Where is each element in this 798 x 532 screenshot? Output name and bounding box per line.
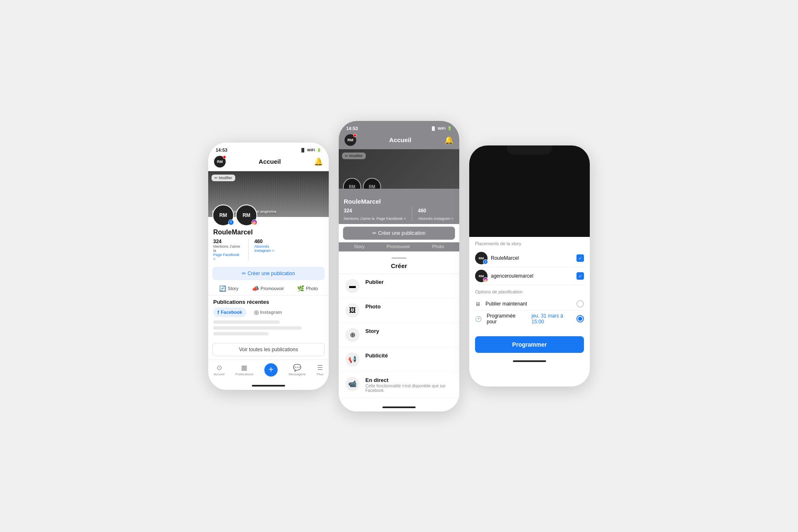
fb-badge-3: f (483, 259, 488, 264)
phone2-name: RouleMarcel (344, 198, 454, 205)
program-btn-3[interactable]: Programmer (475, 336, 584, 353)
avatar-fb-2: RM (343, 178, 361, 189)
option-scheduled[interactable]: 🕐 Programmée pour jeu. 31 mars à 15:00 (475, 310, 584, 327)
app-header-2: RM Accueil 🔔 (339, 133, 459, 149)
bell-icon-2[interactable]: 🔔 (444, 135, 453, 145)
fb-badge-1: f (228, 219, 234, 225)
phone2-create-btn[interactable]: ✏ Créer une publication (343, 227, 455, 240)
stat-num-2: 460 (254, 239, 283, 244)
phone2-action-row: Story Promouvoir Photo (339, 242, 459, 251)
option-sched-label: Programmée pour (487, 313, 527, 325)
stat-num-1: 324 (213, 239, 242, 244)
nav-home-1[interactable]: ⊙ Accueil (214, 364, 224, 376)
status-icons-1: ▐▌ WiFi 🔋 (300, 148, 321, 152)
avatar-ig-1: RM ◎ (236, 204, 257, 226)
stat-divider-1 (248, 239, 249, 261)
modal-item-text-photo: Photo (365, 303, 453, 310)
option-now[interactable]: 🖥 Publier maintenant (475, 298, 584, 310)
notif-dot-2 (353, 134, 357, 137)
app-logo-2: RM (345, 134, 356, 146)
status-icons-2: ▐▌ WiFi 🔋 (431, 126, 452, 131)
profile-avatars-1: RM f RM ◎ (212, 204, 257, 226)
phone2-photo[interactable]: Photo (432, 244, 444, 249)
scene: 14:53 ▐▌ WiFi 🔋 RM Accueil 🔔 Agence de c… (192, 96, 606, 436)
cover-edit-2[interactable]: ✏ Modifier (342, 153, 366, 159)
schedule-date[interactable]: jeu. 31 mars à 15:00 (532, 313, 576, 325)
home-bar-2 (382, 406, 416, 408)
cover-edit-btn-1[interactable]: ✏ Modifier (212, 175, 235, 181)
modal-item-photo[interactable]: 🖼 Photo (339, 298, 459, 323)
monitor-icon: 🖥 (475, 301, 480, 307)
phone-2: 14:53 ▐▌ WiFi 🔋 RM Accueil 🔔 ✏ Modifier … (339, 121, 459, 411)
create-pub-btn-1[interactable]: ✏ Créer une publication (212, 267, 325, 280)
modal-item-text-pub: Publicité (365, 352, 453, 359)
wifi-icon-2: WiFi (438, 126, 446, 131)
avatar-text-ig: RM (243, 212, 251, 218)
pub-title-1: Publications récentes (213, 299, 324, 305)
clock-icon: 🕐 (475, 316, 482, 322)
home-icon: ⊙ (217, 364, 222, 372)
modal-item-publier[interactable]: ▬ Publier (339, 274, 459, 298)
tab-instagram-1[interactable]: ◎ Instagram (250, 308, 286, 317)
phone-1: 14:53 ▐▌ WiFi 🔋 RM Accueil 🔔 Agence de c… (208, 143, 329, 390)
checkbox-RM[interactable]: ✓ (576, 254, 584, 262)
avatar-RM: RM f (475, 252, 488, 264)
fb-tab-icon: f (217, 309, 219, 315)
notch-2 (376, 121, 422, 130)
nav-plus-1[interactable]: + (264, 363, 278, 377)
phone2-story[interactable]: Story (354, 244, 365, 249)
see-all-btn-1[interactable]: Voir toutes les publications (212, 343, 325, 356)
ig-tab-icon: ◎ (254, 309, 259, 315)
account-name-agence: agenceroulemarcel (491, 273, 533, 279)
story-preview-3 (469, 145, 590, 237)
chat-icon: 💬 (293, 364, 301, 372)
modal-item-label-pub: Publicité (365, 352, 453, 359)
action-story-1[interactable]: 🔄 Story (219, 285, 239, 292)
home-bar-3 (513, 360, 546, 362)
radio-inner (578, 317, 582, 321)
checkbox-agence[interactable]: ✓ (576, 272, 584, 280)
notch-3 (507, 145, 552, 155)
radio-now[interactable] (576, 300, 584, 308)
option-now-left: 🖥 Publier maintenant (475, 301, 527, 307)
placements-title: Placements de la story (475, 241, 584, 246)
modal-item-story[interactable]: ⊕ Story (339, 323, 459, 347)
phone2-stat2: 460 Abonnés Instagram > (418, 207, 454, 222)
nav-publications-1[interactable]: ▦ Publications (235, 364, 253, 376)
more-icon: ☰ (317, 364, 323, 372)
phone2-promote[interactable]: Promouvoir (387, 244, 410, 249)
radio-scheduled[interactable] (576, 315, 584, 323)
account-name-RM: RouleMarcel (491, 255, 519, 261)
header-title-2: Accueil (389, 136, 411, 143)
action-row-1: 🔄 Story 📣 Promouvoir 🌿 Photo (208, 283, 329, 296)
bell-icon-1[interactable]: 🔔 (314, 157, 323, 166)
profile-stats-1: 324 Mentions J'aime la Page Facebook > 4… (213, 239, 324, 261)
phone-3: Placements de la story RM f RouleMarcel … (469, 145, 590, 387)
modal-item-text-live: En direct Cette fonctionnalité n'est dis… (365, 377, 453, 393)
modal-item-label-story: Story (365, 328, 453, 334)
home-indicator-2 (339, 403, 459, 411)
modal-item-pub[interactable]: 📢 Publicité (339, 347, 459, 372)
modal-item-live[interactable]: 📹 En direct Cette fonctionnalité n'est d… (339, 372, 459, 398)
phone2-divider (412, 207, 412, 222)
phone2-profile-info: RouleMarcel 324 Mentions J'aime la Page … (339, 189, 459, 224)
phone2-stats: 324 Mentions J'aime la Page Facebook > 4… (344, 207, 454, 222)
battery-icon: 🔋 (317, 148, 321, 152)
action-photo-1[interactable]: 🌿 Photo (297, 285, 318, 292)
nav-plus-label-1[interactable]: ☰ Plus (317, 364, 323, 376)
app-logo-1: RM (214, 156, 226, 167)
option-sched-left: 🕐 Programmée pour jeu. 31 mars à 15:00 (475, 313, 576, 325)
pub-section-1: Publications récentes f Facebook ◎ Insta… (208, 296, 329, 340)
modal-handle-2 (392, 257, 406, 259)
phone-content-1: Agence de communication angevine ✏ Modif… (208, 171, 329, 360)
modal-item-label-photo: Photo (365, 303, 453, 310)
action-promote-1[interactable]: 📣 Promouvoir (252, 285, 284, 292)
modal-sheet-2: Créer ▬ Publier 🖼 Photo ⊕ Story 📢 (339, 253, 459, 403)
nav-messagerie-1[interactable]: 💬 Messagerie (288, 364, 305, 376)
wifi-icon: WiFi (307, 148, 315, 152)
modal-item-text-publier: Publier (365, 279, 453, 285)
signal-icon: ▐▌ (300, 148, 305, 152)
stat-block-2: 460 Abonnés Instagram > (254, 239, 283, 261)
stat-label-2[interactable]: Abonnés Instagram > (254, 244, 283, 253)
tab-facebook-1[interactable]: f Facebook (213, 308, 246, 317)
